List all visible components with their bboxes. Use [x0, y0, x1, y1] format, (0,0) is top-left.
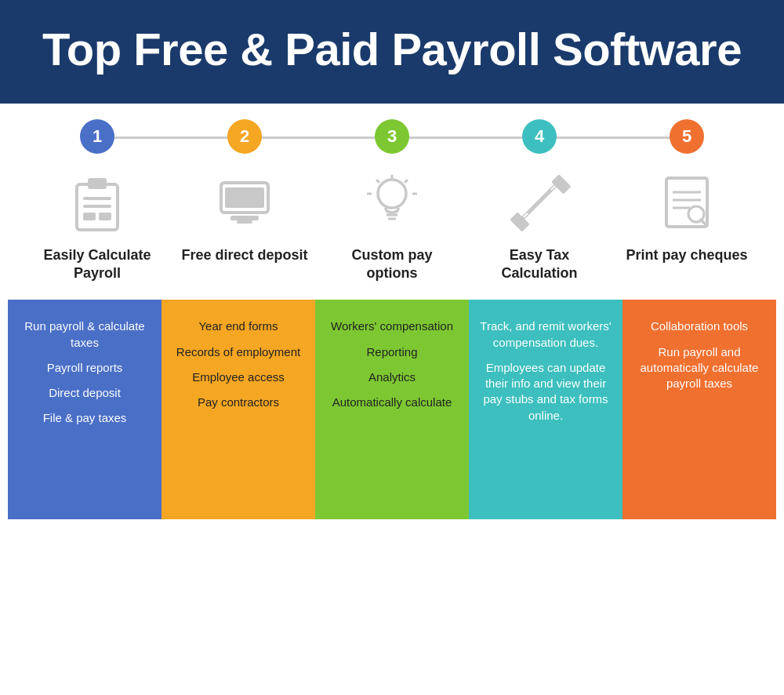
feature-col-1: Run payroll & calculate taxesPayroll rep… — [8, 300, 162, 519]
feature-item-2-4: Pay contractors — [198, 395, 279, 410]
step-icon-2 — [209, 166, 280, 237]
svg-rect-9 — [225, 187, 264, 208]
step-col-4: 4 Easy Tax Calculation — [473, 119, 605, 286]
feature-item-1-4: File & pay taxes — [43, 410, 127, 426]
feature-col-3: Workers' compensationReportingAnalyticsA… — [315, 300, 469, 519]
page-title: Top Free & Paid Payroll Software — [31, 24, 753, 76]
feature-item-1-3: Direct deposit — [49, 385, 121, 401]
feature-item-2-1: Year end forms — [198, 318, 278, 334]
step-badge-1: 1 — [80, 119, 114, 154]
feature-col-5: Collaboration toolsRun payroll and autom… — [622, 300, 776, 519]
svg-rect-3 — [83, 205, 111, 208]
step-title-3: Custom pay options — [325, 246, 458, 283]
step-badge-3: 3 — [375, 119, 409, 154]
feature-item-3-3: Analytics — [368, 369, 416, 385]
step-icon-3 — [357, 166, 427, 237]
feature-col-2: Year end formsRecords of employmentEmplo… — [162, 300, 315, 519]
step-title-5: Print pay cheques — [626, 246, 747, 264]
feature-item-3-4: Automatically calculate — [332, 395, 452, 410]
step-col-1: 1 Easily Calculate Payroll — [31, 119, 163, 286]
svg-line-15 — [376, 180, 379, 183]
header: Top Free & Paid Payroll Software — [0, 0, 784, 104]
svg-point-10 — [378, 180, 406, 208]
step-icon-1 — [62, 166, 132, 237]
step-col-2: 2 Free direct deposit — [178, 119, 310, 267]
feature-item-3-2: Reporting — [366, 344, 417, 360]
step-icon-4 — [504, 166, 575, 237]
step-icon-5 — [652, 166, 722, 237]
svg-rect-1 — [88, 178, 107, 189]
feature-item-1-2: Payroll reports — [47, 360, 123, 376]
feature-col-4: Track, and remit workers' compensation d… — [469, 300, 622, 519]
svg-line-29 — [701, 220, 706, 225]
feature-item-5-1: Collaboration tools — [651, 318, 748, 334]
svg-rect-7 — [230, 216, 259, 220]
svg-rect-8 — [237, 220, 252, 224]
svg-rect-2 — [83, 197, 111, 200]
step-title-1: Easily Calculate Payroll — [31, 246, 163, 283]
feature-item-3-1: Workers' compensation — [331, 318, 453, 334]
svg-rect-20 — [551, 174, 571, 194]
step-badge-2: 2 — [227, 119, 262, 154]
feature-item-2-2: Records of employment — [176, 344, 300, 360]
feature-item-2-3: Employee access — [192, 369, 285, 385]
steps-row: 1 Easily Calculate Payroll 2 Free direct… — [8, 119, 776, 286]
svg-rect-5 — [99, 213, 111, 220]
step-badge-4: 4 — [522, 119, 557, 154]
feature-item-4-2: Employees can update their info and view… — [480, 360, 612, 424]
feature-item-1-1: Run payroll & calculate taxes — [19, 318, 151, 351]
step-col-3: 3 Custom pay options — [325, 119, 458, 286]
svg-rect-4 — [83, 213, 96, 220]
feature-item-5-2: Run payroll and automatically calculate … — [633, 344, 765, 392]
step-col-5: 5 Print pay cheques — [620, 119, 753, 267]
features-row: Run payroll & calculate taxesPayroll rep… — [8, 300, 776, 519]
step-badge-5: 5 — [670, 119, 704, 154]
feature-item-4-1: Track, and remit workers' compensation d… — [480, 318, 612, 351]
steps-section: 1 Easily Calculate Payroll 2 Free direct… — [0, 104, 784, 520]
step-title-2: Free direct deposit — [181, 246, 307, 264]
svg-line-14 — [405, 180, 408, 183]
step-title-4: Easy Tax Calculation — [473, 246, 605, 283]
